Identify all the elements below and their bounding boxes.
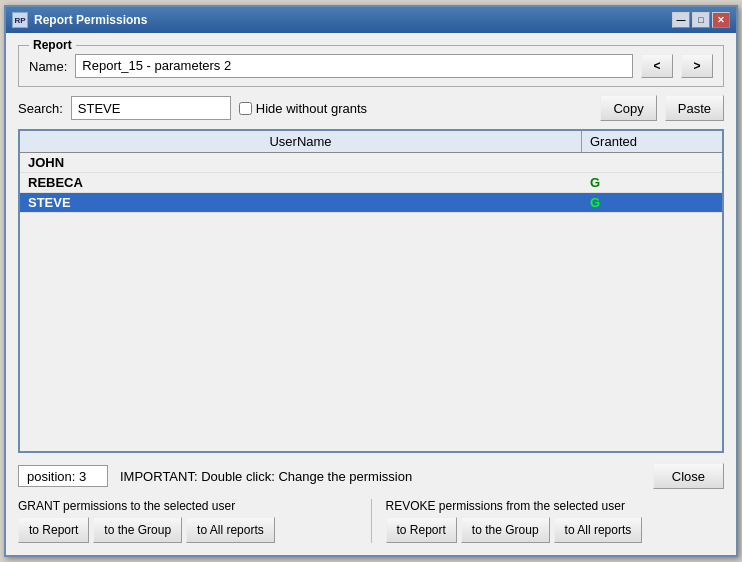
title-bar-left: RP Report Permissions <box>12 12 147 28</box>
revoke-label: REVOKE permissions from the selected use… <box>386 499 725 513</box>
table-row[interactable]: JOHN <box>20 153 722 173</box>
prev-report-button[interactable]: < <box>641 54 673 78</box>
grant-all-button[interactable]: to All reports <box>186 517 275 543</box>
maximize-button[interactable]: □ <box>692 12 710 28</box>
window-controls: — □ ✕ <box>672 12 730 28</box>
cell-username: STEVE <box>20 193 582 212</box>
search-input[interactable] <box>71 96 231 120</box>
position-indicator: position: 3 <box>18 465 108 487</box>
revoke-buttons: to Report to the Group to All reports <box>386 517 725 543</box>
cell-username: JOHN <box>20 153 582 172</box>
close-button[interactable]: Close <box>653 463 724 489</box>
table-row[interactable]: STEVE G <box>20 193 722 213</box>
revoke-report-button[interactable]: to Report <box>386 517 457 543</box>
main-window: RP Report Permissions — □ ✕ Report Name:… <box>4 5 738 557</box>
window-close-button[interactable]: ✕ <box>712 12 730 28</box>
grant-label: GRANT permissions to the selected user <box>18 499 357 513</box>
minimize-button[interactable]: — <box>672 12 690 28</box>
col-username: UserName <box>20 131 582 152</box>
report-group-legend: Report <box>29 38 76 52</box>
important-message: IMPORTANT: Double click: Change the perm… <box>108 469 653 484</box>
next-report-button[interactable]: > <box>681 54 713 78</box>
hide-checkbox-label[interactable]: Hide without grants <box>239 101 593 116</box>
hide-checkbox[interactable] <box>239 102 252 115</box>
revoke-group-button[interactable]: to the Group <box>461 517 550 543</box>
report-name-label: Name: <box>29 59 67 74</box>
window-title: Report Permissions <box>34 13 147 27</box>
title-bar: RP Report Permissions — □ ✕ <box>6 7 736 33</box>
revoke-all-button[interactable]: to All reports <box>554 517 643 543</box>
paste-button[interactable]: Paste <box>665 95 724 121</box>
hide-checkbox-text: Hide without grants <box>256 101 367 116</box>
cell-granted <box>582 153 722 172</box>
grant-group-button[interactable]: to the Group <box>93 517 182 543</box>
table-row[interactable]: REBECA G <box>20 173 722 193</box>
grant-buttons: to Report to the Group to All reports <box>18 517 357 543</box>
cell-granted: G <box>582 193 722 212</box>
report-name-row: Name: Report_15 - parameters 2 < > <box>29 54 713 78</box>
report-group: Report Name: Report_15 - parameters 2 < … <box>18 45 724 87</box>
users-table: UserName Granted JOHN REBECA G STEVE G <box>18 129 724 453</box>
cell-granted: G <box>582 173 722 192</box>
col-granted: Granted <box>582 131 722 152</box>
search-row: Search: Hide without grants Copy Paste <box>18 95 724 121</box>
search-label: Search: <box>18 101 63 116</box>
grant-report-button[interactable]: to Report <box>18 517 89 543</box>
permissions-row: GRANT permissions to the selected user t… <box>18 499 724 547</box>
status-row: position: 3 IMPORTANT: Double click: Cha… <box>18 461 724 491</box>
window-icon: RP <box>12 12 28 28</box>
revoke-section: REVOKE permissions from the selected use… <box>386 499 725 543</box>
cell-username: REBECA <box>20 173 582 192</box>
grant-section: GRANT permissions to the selected user t… <box>18 499 357 543</box>
table-header: UserName Granted <box>20 131 722 153</box>
copy-button[interactable]: Copy <box>600 95 656 121</box>
section-divider <box>371 499 372 543</box>
report-name-value: Report_15 - parameters 2 <box>75 54 633 78</box>
window-body: Report Name: Report_15 - parameters 2 < … <box>6 33 736 555</box>
